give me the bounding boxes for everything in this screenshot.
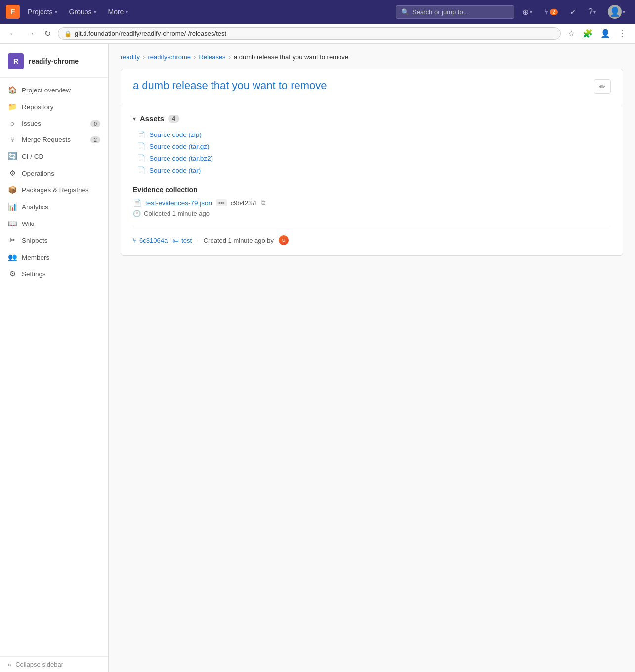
- projects-menu[interactable]: Projects ▾: [24, 6, 61, 18]
- user-avatar: 👤: [608, 5, 622, 19]
- profile-button[interactable]: 👤: [597, 28, 613, 39]
- sidebar-item-packages-registries[interactable]: 📦 Packages & Registries: [0, 181, 108, 198]
- star-button[interactable]: ☆: [565, 28, 578, 39]
- new-item-button[interactable]: ⊕ ▾: [518, 5, 536, 19]
- back-button[interactable]: ←: [6, 28, 20, 39]
- todo-icon: ✓: [570, 7, 576, 17]
- evidence-collected-row: 🕐 Collected 1 minute ago: [133, 210, 611, 217]
- collapse-icon: «: [8, 661, 11, 668]
- issues-badge: 0: [90, 120, 100, 127]
- assets-count: 4: [168, 115, 179, 123]
- edit-release-button[interactable]: ✏: [594, 79, 611, 94]
- more-label: More: [108, 8, 124, 16]
- forward-button[interactable]: →: [24, 28, 38, 39]
- plus-icon: ⊕: [522, 7, 529, 17]
- evidence-dots[interactable]: •••: [216, 199, 227, 206]
- sidebar-item-snippets[interactable]: ✂ Snippets: [0, 232, 108, 249]
- settings-icon: ⚙: [8, 269, 17, 278]
- help-button[interactable]: ? ▾: [584, 5, 600, 18]
- asset-item-targz[interactable]: 📄 Source code (tar.gz): [137, 140, 611, 152]
- sidebar-item-members[interactable]: 👥 Members: [0, 249, 108, 266]
- tag-icon: 🏷: [172, 237, 179, 244]
- breadcrumb-readify-chrome[interactable]: readify-chrome: [148, 53, 191, 61]
- menu-button[interactable]: ⋮: [615, 28, 629, 39]
- asset-icon-zip: 📄: [137, 131, 145, 138]
- assets-toggle[interactable]: ▾ Assets 4: [133, 114, 611, 123]
- assets-list: 📄 Source code (zip) 📄 Source code (tar.g…: [137, 129, 611, 176]
- snippets-icon: ✂: [8, 236, 17, 245]
- asset-icon-tar: 📄: [137, 166, 145, 174]
- help-chevron: ▾: [593, 9, 596, 15]
- collapse-label: Collapse sidebar: [15, 661, 63, 668]
- analytics-icon: 📊: [8, 202, 17, 211]
- extensions-button[interactable]: 🧩: [580, 28, 595, 39]
- merge-requests-icon: ⑂: [8, 135, 17, 144]
- sidebar-label-project-overview: Project overview: [22, 87, 100, 94]
- asset-label-tarbz2: Source code (tar.bz2): [149, 155, 213, 162]
- breadcrumb-sep-3: ›: [229, 53, 231, 61]
- sidebar-label-members: Members: [22, 254, 100, 261]
- sidebar-item-settings[interactable]: ⚙ Settings: [0, 266, 108, 282]
- sidebar-item-merge-requests[interactable]: ⑂ Merge Requests 2: [0, 132, 108, 148]
- issues-icon: ○: [8, 119, 17, 128]
- commit-hash: 6c31064a: [139, 237, 168, 244]
- top-nav: F Projects ▾ Groups ▾ More ▾ 🔍 Search or…: [0, 0, 635, 24]
- merge-requests-badge: 2: [90, 136, 100, 143]
- sidebar-item-wiki[interactable]: 📖 Wiki: [0, 215, 108, 232]
- breadcrumb-releases[interactable]: Releases: [199, 53, 225, 61]
- sidebar: R readify-chrome 🏠 Project overview 📁 Re…: [0, 44, 109, 672]
- project-avatar: R: [8, 53, 24, 69]
- search-placeholder: Search or jump to...: [412, 8, 468, 16]
- sidebar-item-ci-cd[interactable]: 🔄 CI / CD: [0, 148, 108, 165]
- evidence-collected-text: Collected 1 minute ago: [144, 210, 210, 217]
- todo-button[interactable]: ✓: [566, 5, 580, 19]
- copy-hash-icon[interactable]: ⧉: [261, 199, 265, 207]
- sidebar-label-issues: Issues: [22, 120, 85, 127]
- sidebar-label-ci-cd: CI / CD: [22, 153, 100, 160]
- asset-label-targz: Source code (tar.gz): [149, 143, 210, 150]
- packages-icon: 📦: [8, 185, 17, 194]
- commit-link[interactable]: ⑂ 6c31064a: [133, 237, 168, 244]
- wiki-icon: 📖: [8, 219, 17, 228]
- sidebar-label-repository: Repository: [22, 103, 100, 111]
- sidebar-label-analytics: Analytics: [22, 203, 100, 211]
- search-bar[interactable]: 🔍 Search or jump to...: [396, 5, 514, 19]
- asset-item-tar[interactable]: 📄 Source code (tar): [137, 164, 611, 176]
- asset-item-zip[interactable]: 📄 Source code (zip): [137, 129, 611, 140]
- gitlab-logo[interactable]: F: [6, 5, 20, 19]
- sidebar-item-analytics[interactable]: 📊 Analytics: [0, 198, 108, 215]
- more-menu[interactable]: More ▾: [104, 6, 132, 18]
- asset-item-tarbz2[interactable]: 📄 Source code (tar.bz2): [137, 152, 611, 164]
- lock-icon: 🔒: [64, 30, 72, 37]
- sidebar-item-repository[interactable]: 📁 Repository: [0, 98, 108, 115]
- new-chevron: ▾: [530, 9, 532, 15]
- breadcrumb-readify[interactable]: readify: [121, 53, 140, 61]
- repository-icon: 📁: [8, 102, 17, 111]
- sidebar-item-project-overview[interactable]: 🏠 Project overview: [0, 82, 108, 98]
- groups-label: Groups: [69, 8, 92, 16]
- release-header: a dumb release that you want to remove ✏: [121, 69, 623, 104]
- release-body: ▾ Assets 4 📄 Source code (zip) 📄 Source …: [121, 104, 623, 255]
- urlbar-actions: ☆ 🧩 👤 ⋮: [565, 28, 629, 39]
- evidence-row: 📄 test-evidences-79.json ••• c9b4237f ⧉: [133, 199, 611, 207]
- tag-name: test: [181, 237, 192, 244]
- breadcrumb: readify › readify-chrome › Releases › a …: [121, 53, 623, 61]
- tag-link[interactable]: 🏷 test: [172, 237, 192, 244]
- assets-label: Assets: [140, 114, 164, 123]
- more-chevron: ▾: [126, 9, 128, 15]
- url-text: git.d.foundation/readify/readify-chrome/…: [75, 30, 226, 37]
- project-overview-icon: 🏠: [8, 86, 17, 94]
- sidebar-item-issues[interactable]: ○ Issues 0: [0, 115, 108, 132]
- user-menu[interactable]: 👤 ▾: [604, 3, 629, 21]
- sidebar-item-operations[interactable]: ⚙ Operations: [0, 165, 108, 181]
- assets-chevron-icon: ▾: [133, 115, 136, 122]
- projects-label: Projects: [28, 8, 53, 16]
- creator-avatar: U: [279, 235, 289, 245]
- reload-button[interactable]: ↻: [42, 28, 54, 39]
- evidence-filename[interactable]: test-evidences-79.json: [145, 199, 212, 207]
- url-input[interactable]: 🔒 git.d.foundation/readify/readify-chrom…: [58, 27, 561, 40]
- groups-menu[interactable]: Groups ▾: [65, 6, 100, 18]
- collapse-sidebar-button[interactable]: « Collapse sidebar: [0, 656, 108, 672]
- merge-requests-button[interactable]: ⑂ 2: [540, 5, 562, 18]
- sidebar-label-operations: Operations: [22, 170, 100, 177]
